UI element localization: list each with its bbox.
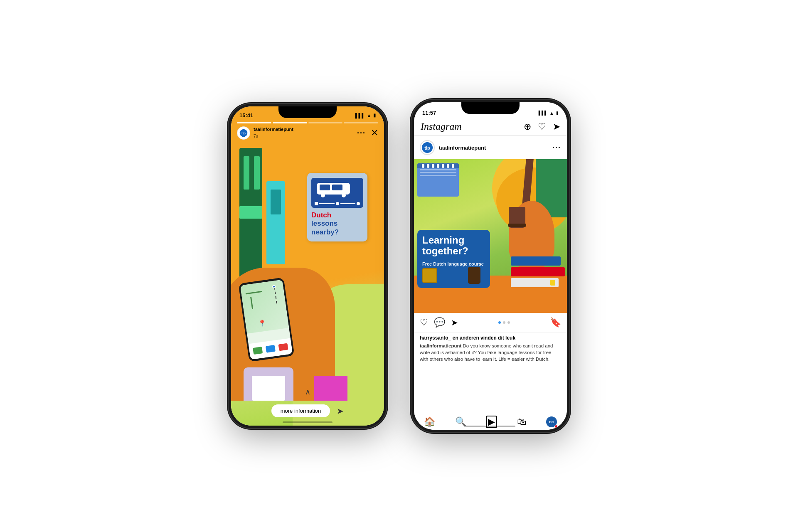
insta-header-icons: ⊕ ♡ ➤ xyxy=(524,121,560,132)
map-road-1 xyxy=(246,291,262,295)
nav-home[interactable]: 🏠 xyxy=(424,416,435,427)
notifications-icon[interactable]: ♡ xyxy=(538,121,546,132)
battery-icon: ▮ xyxy=(373,113,376,118)
sleeve-cuff xyxy=(252,376,285,401)
dutch-word: Dutch xyxy=(311,211,331,219)
books-stack xyxy=(511,256,565,287)
post-actions-bar: ♡ 💬 ➤ 🔖 xyxy=(414,313,567,332)
progress-seg-1 xyxy=(237,122,271,123)
right-phone: 11:57 ▌▌▌ ▲ ▮ Instagram ⊕ xyxy=(411,100,569,432)
building-window-1 xyxy=(244,156,249,190)
svg-point-5 xyxy=(321,193,325,197)
mini-bar-2 xyxy=(266,345,276,353)
messages-icon[interactable]: ➤ xyxy=(553,121,560,132)
story-progress-bar xyxy=(237,122,378,123)
story-screen[interactable]: 15:41 ▌▌▌ ▲ ▮ ti xyxy=(231,106,384,426)
battery-right: ▮ xyxy=(556,111,559,115)
nav-search[interactable]: 🔍 xyxy=(455,416,466,427)
svg-rect-4 xyxy=(332,185,342,190)
wifi-icon-right: ▲ xyxy=(549,111,554,116)
svg-text:tip: tip xyxy=(424,145,430,150)
caption-username[interactable]: taalinformatiepunt xyxy=(420,343,461,348)
home-indicator-left xyxy=(283,421,332,423)
svg-point-6 xyxy=(342,193,346,197)
post-avatar-img: tip xyxy=(421,142,433,153)
phone-inner-right: 11:57 ▌▌▌ ▲ ▮ Instagram ⊕ xyxy=(414,102,567,430)
story-time-ago: 7u xyxy=(254,134,258,138)
story-header: tip taalinformatiepunt 7u ··· ✕ xyxy=(237,126,378,140)
book-blue xyxy=(511,256,561,266)
phones-container: 15:41 ▌▌▌ ▲ ▮ ti xyxy=(229,100,569,432)
signal-bars-right: ▌▌▌ xyxy=(539,111,547,115)
svg-text:tip: tip xyxy=(241,131,246,135)
left-phone: 15:41 ▌▌▌ ▲ ▮ ti xyxy=(229,104,387,428)
add-post-icon[interactable]: ⊕ xyxy=(524,121,531,132)
likes-rest: en anderen vinden dit leuk xyxy=(451,335,515,341)
tip-avatar: tip xyxy=(237,126,250,140)
signal-icon: ▌▌▌ xyxy=(355,113,365,118)
progress-seg-2 xyxy=(273,122,307,123)
story-user[interactable]: tip taalinformatiepunt 7u xyxy=(237,126,293,140)
map-road-2 xyxy=(250,296,253,309)
map-path xyxy=(274,287,277,303)
more-info-button[interactable]: more information xyxy=(271,404,330,417)
carousel-dot-1 xyxy=(498,321,501,324)
comment-button[interactable]: 💬 xyxy=(434,317,445,328)
pink-block xyxy=(314,376,347,401)
post-user-info: tip taalinformatiepunt xyxy=(420,140,486,155)
instagram-header: Instagram ⊕ ♡ ➤ xyxy=(414,118,567,136)
bookmark-yellow xyxy=(550,280,555,286)
post-caption: taalinformatiepunt Do you know someone w… xyxy=(420,342,561,362)
profile-dot xyxy=(554,425,558,428)
insta-time: 11:57 xyxy=(422,110,436,116)
instagram-logo: Instagram xyxy=(421,121,462,132)
bus-sign-rest: lessonsnearby? xyxy=(311,219,339,236)
story-status-bar: 15:41 ▌▌▌ ▲ ▮ xyxy=(239,112,376,118)
story-username: taalinformatiepunt xyxy=(254,127,293,132)
map-pin: 📍 xyxy=(258,319,267,328)
together-word: together? xyxy=(422,245,468,256)
post-more-dots[interactable]: ··· xyxy=(552,143,561,152)
send-icon-story[interactable]: ➤ xyxy=(337,406,344,416)
svg-rect-3 xyxy=(320,185,330,190)
post-username[interactable]: taalinformatiepunt xyxy=(439,145,486,151)
coffee-cup-base xyxy=(508,224,526,227)
map-dot-start xyxy=(272,285,276,288)
post-actions-left: ♡ 💬 ➤ xyxy=(420,317,458,328)
book-red xyxy=(511,267,565,276)
instagram-screen: 11:57 ▌▌▌ ▲ ▮ Instagram ⊕ xyxy=(414,102,567,430)
swipe-up: ∧ xyxy=(305,387,310,397)
hand-area: 📍 xyxy=(231,259,352,401)
mini-app-bar xyxy=(249,338,293,360)
post-avatar[interactable]: tip xyxy=(420,140,435,155)
share-button[interactable]: ➤ xyxy=(451,318,458,328)
building-stripe xyxy=(239,206,262,219)
bus-line-dots xyxy=(315,202,360,205)
learning-word: Learning xyxy=(422,234,464,246)
bus-sign: Dutch lessonsnearby? xyxy=(307,173,367,241)
building-window-2 xyxy=(254,156,260,190)
story-time: 15:41 xyxy=(239,112,253,118)
bookmark-button[interactable]: 🔖 xyxy=(550,317,561,328)
bus-icon xyxy=(315,182,352,199)
story-close-button[interactable]: ✕ xyxy=(371,128,378,138)
like-button[interactable]: ♡ xyxy=(420,317,428,328)
story-more-dots[interactable]: ··· xyxy=(357,129,366,138)
liker-name[interactable]: harryssanto_ xyxy=(420,335,451,341)
biscuit-icon xyxy=(422,268,437,283)
story-actions: ··· ✕ xyxy=(357,128,378,138)
post-carousel-indicator xyxy=(498,321,510,324)
story-status-icons: ▌▌▌ ▲ ▮ xyxy=(355,113,376,118)
teal-window xyxy=(271,190,281,214)
notebook-spiral xyxy=(417,163,459,168)
wifi-icon: ▲ xyxy=(367,113,372,118)
story-user-info: taalinformatiepunt 7u xyxy=(254,127,293,139)
nav-profile[interactable]: DC xyxy=(546,416,557,427)
small-coffee-cup xyxy=(468,267,480,284)
book-white xyxy=(511,278,559,287)
progress-seg-3 xyxy=(308,122,343,123)
carousel-dot-2 xyxy=(503,321,505,324)
post-header: tip taalinformatiepunt ··· xyxy=(414,136,567,159)
nav-shop[interactable]: 🛍 xyxy=(517,416,526,427)
mini-map-area: 📍 xyxy=(240,280,289,334)
